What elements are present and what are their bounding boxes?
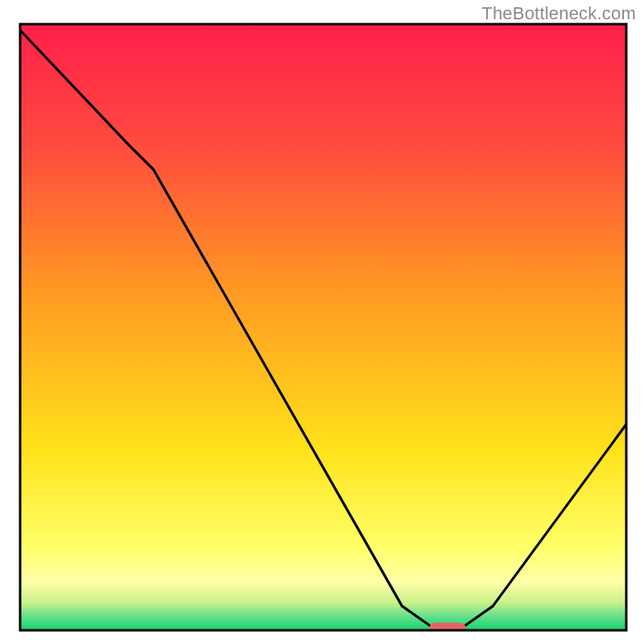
chart-background	[20, 24, 626, 630]
attribution-text: TheBottleneck.com	[481, 3, 636, 24]
bottleneck-chart	[0, 0, 644, 644]
